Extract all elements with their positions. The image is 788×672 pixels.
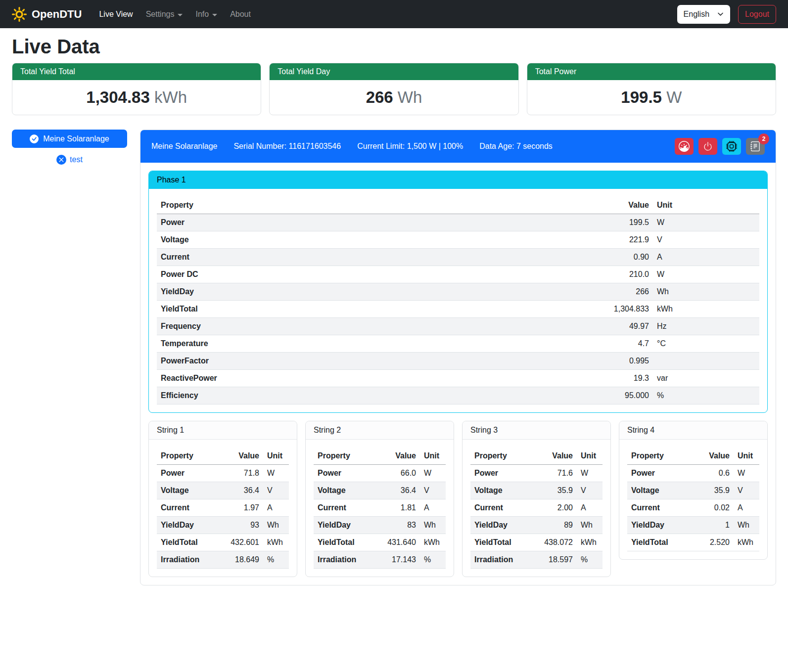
summary-cards-row: Total Yield Total 1,304.83 kWh Total Yie… bbox=[12, 63, 776, 115]
nav-live-view[interactable]: Live View bbox=[93, 6, 139, 23]
header-value: Value bbox=[691, 448, 734, 465]
string-4-title: String 4 bbox=[619, 421, 767, 440]
cell-value: 431.640 bbox=[377, 534, 420, 551]
table-row: Current0.02A bbox=[627, 499, 759, 517]
cell-property: Power bbox=[627, 465, 691, 482]
cell-property: PowerFactor bbox=[157, 353, 589, 370]
cell-property: YieldTotal bbox=[157, 301, 589, 318]
other-inverter-link[interactable]: test bbox=[12, 155, 127, 165]
cell-value: 93 bbox=[221, 517, 263, 534]
card-title: Total Power bbox=[527, 63, 776, 80]
cell-unit: W bbox=[653, 214, 759, 231]
cell-value: 1.97 bbox=[221, 499, 263, 517]
cell-value: 2.520 bbox=[691, 534, 734, 551]
table-row: Current1.81A bbox=[314, 499, 446, 517]
cell-value: 83 bbox=[377, 517, 420, 534]
cell-unit: Wh bbox=[420, 517, 446, 534]
limit-settings-button[interactable] bbox=[675, 138, 694, 155]
power-icon bbox=[703, 141, 713, 151]
cell-unit: V bbox=[577, 482, 603, 499]
total-yield-day-card: Total Yield Day 266 Wh bbox=[269, 63, 518, 115]
cell-unit: A bbox=[734, 499, 759, 517]
journal-text-icon bbox=[750, 141, 760, 151]
caret-down-icon bbox=[212, 14, 217, 16]
table-row: Power199.5W bbox=[157, 214, 759, 231]
phase-1-body: Property Value Unit Power199.5WVoltage22… bbox=[149, 189, 767, 412]
header-property: Property bbox=[157, 197, 589, 214]
cell-unit: W bbox=[734, 465, 759, 482]
language-select[interactable]: English bbox=[677, 5, 730, 24]
caret-down-icon bbox=[178, 14, 183, 16]
cell-property: Power DC bbox=[157, 266, 589, 283]
table-row: ReactivePower19.3var bbox=[157, 370, 759, 387]
chevron-down-icon bbox=[717, 11, 724, 17]
card-value: 266 bbox=[366, 88, 393, 106]
inverter-actions: 2 bbox=[675, 138, 765, 155]
string-2-body: Property Value Unit Power66.0WVoltage36.… bbox=[306, 440, 454, 577]
string-1-card: String 1 Property Value Unit bbox=[148, 421, 297, 577]
header-unit: Unit bbox=[734, 448, 759, 465]
cell-value: 36.4 bbox=[377, 482, 420, 499]
nav-settings[interactable]: Settings bbox=[139, 6, 189, 23]
main-row: Meine Solaranlage test Meine Solaranlage… bbox=[12, 130, 776, 585]
cell-property: Voltage bbox=[627, 482, 691, 499]
table-row: YieldTotal1,304.833kWh bbox=[157, 301, 759, 318]
cell-unit: W bbox=[263, 465, 289, 482]
table-row: PowerFactor0.995 bbox=[157, 353, 759, 370]
cell-property: Current bbox=[627, 499, 691, 517]
cell-property: Voltage bbox=[314, 482, 377, 499]
table-row: Irradiation18.597% bbox=[470, 551, 603, 569]
cell-value: 210.0 bbox=[589, 266, 653, 283]
table-row: YieldTotal432.601kWh bbox=[157, 534, 289, 551]
cell-unit: V bbox=[653, 231, 759, 249]
cell-value: 0.995 bbox=[589, 353, 653, 370]
cell-unit: kWh bbox=[577, 534, 603, 551]
nav-about[interactable]: About bbox=[224, 6, 257, 23]
speedometer-icon bbox=[679, 141, 690, 152]
top-navbar: OpenDTU Live View Settings Info About En… bbox=[0, 0, 788, 28]
cell-property: Frequency bbox=[157, 318, 589, 335]
brand[interactable]: OpenDTU bbox=[12, 7, 82, 22]
cell-value: 35.9 bbox=[534, 482, 577, 499]
logout-button[interactable]: Logout bbox=[738, 5, 776, 24]
card-title: Total Yield Total bbox=[12, 63, 261, 80]
cell-value: 438.072 bbox=[534, 534, 577, 551]
cell-property: Current bbox=[157, 499, 221, 517]
power-button[interactable] bbox=[698, 138, 717, 155]
cell-value: 71.6 bbox=[534, 465, 577, 482]
cell-unit: kWh bbox=[420, 534, 446, 551]
x-circle-icon bbox=[56, 155, 66, 165]
cell-property: Irradiation bbox=[470, 551, 534, 569]
cell-property: Temperature bbox=[157, 335, 589, 353]
table-row: Irradiation17.143% bbox=[314, 551, 446, 569]
cell-value: 266 bbox=[589, 283, 653, 301]
page-title: Live Data bbox=[12, 36, 776, 58]
table-row: Current0.90A bbox=[157, 249, 759, 266]
cell-value: 18.649 bbox=[221, 551, 263, 569]
string-3-body: Property Value Unit Power71.6WVoltage35.… bbox=[463, 440, 610, 577]
cell-property: YieldDay bbox=[157, 517, 221, 534]
cell-unit: % bbox=[420, 551, 446, 569]
table-row: Power66.0W bbox=[314, 465, 446, 482]
selected-inverter-button[interactable]: Meine Solaranlage bbox=[12, 130, 127, 148]
nav-settings-label: Settings bbox=[146, 10, 175, 19]
card-unit: Wh bbox=[398, 88, 422, 106]
event-log-button[interactable]: 2 bbox=[746, 138, 765, 155]
selected-inverter-label: Meine Solaranlage bbox=[43, 134, 109, 143]
device-info-button[interactable] bbox=[722, 138, 741, 155]
card-unit: W bbox=[666, 88, 682, 106]
cell-unit: Wh bbox=[734, 517, 759, 534]
table-header-row: Property Value Unit bbox=[627, 448, 759, 465]
nav-info[interactable]: Info bbox=[189, 6, 224, 23]
cell-property: Power bbox=[470, 465, 534, 482]
event-count-badge: 2 bbox=[758, 134, 769, 144]
cell-property: Voltage bbox=[470, 482, 534, 499]
cell-property: Power bbox=[157, 214, 589, 231]
table-row: YieldDay266Wh bbox=[157, 283, 759, 301]
cell-property: YieldDay bbox=[157, 283, 589, 301]
cell-value: 35.9 bbox=[691, 482, 734, 499]
cell-unit: A bbox=[653, 249, 759, 266]
table-row: YieldDay93Wh bbox=[157, 517, 289, 534]
cell-value: 19.3 bbox=[589, 370, 653, 387]
brand-label: OpenDTU bbox=[32, 8, 82, 21]
